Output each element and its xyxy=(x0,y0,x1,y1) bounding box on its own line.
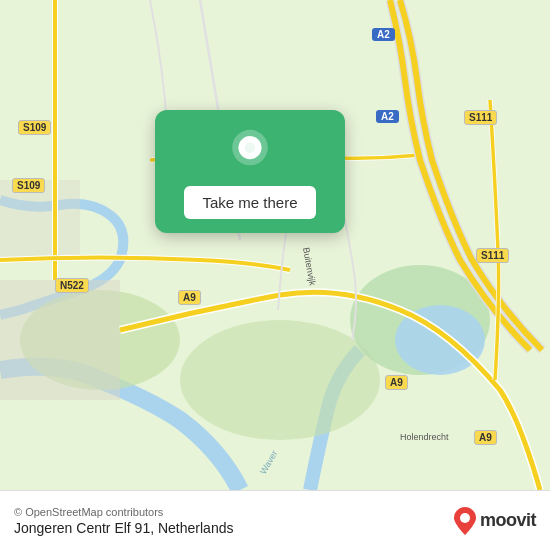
road-badge-a9-1: A9 xyxy=(178,290,201,305)
copyright-text: © OpenStreetMap contributors xyxy=(14,506,233,518)
road-badge-a9-3: A9 xyxy=(474,430,497,445)
road-badge-s109-1: S109 xyxy=(18,120,51,135)
bottom-bar: © OpenStreetMap contributors Jongeren Ce… xyxy=(0,490,550,550)
popup-card[interactable]: Take me there xyxy=(155,110,345,233)
location-name: Jongeren Centr Elf 91, Netherlands xyxy=(14,520,233,536)
moovit-pin-icon xyxy=(454,507,476,535)
road-badge-s111-2: S111 xyxy=(476,248,509,263)
road-badge-a2-2: A2 xyxy=(376,110,399,123)
svg-point-2 xyxy=(180,320,380,440)
map-container: Buitenvijk Holendrecht Waver S109 S109 N… xyxy=(0,0,550,490)
svg-point-13 xyxy=(460,513,470,523)
bottom-left-info: © OpenStreetMap contributors Jongeren Ce… xyxy=(14,506,233,536)
road-badge-s109-2: S109 xyxy=(12,178,45,193)
road-badge-s111-1: S111 xyxy=(464,110,497,125)
location-pin-icon xyxy=(226,128,274,176)
moovit-logo: moovit xyxy=(454,507,536,535)
road-badge-n522-2: N522 xyxy=(55,278,89,293)
moovit-wordmark: moovit xyxy=(480,510,536,531)
svg-text:Holendrecht: Holendrecht xyxy=(400,432,449,442)
map-background: Buitenvijk Holendrecht Waver xyxy=(0,0,550,490)
take-me-there-button[interactable]: Take me there xyxy=(184,186,315,219)
road-badge-a9-2: A9 xyxy=(385,375,408,390)
road-badge-a2-1: A2 xyxy=(372,28,395,41)
svg-rect-5 xyxy=(0,280,120,400)
